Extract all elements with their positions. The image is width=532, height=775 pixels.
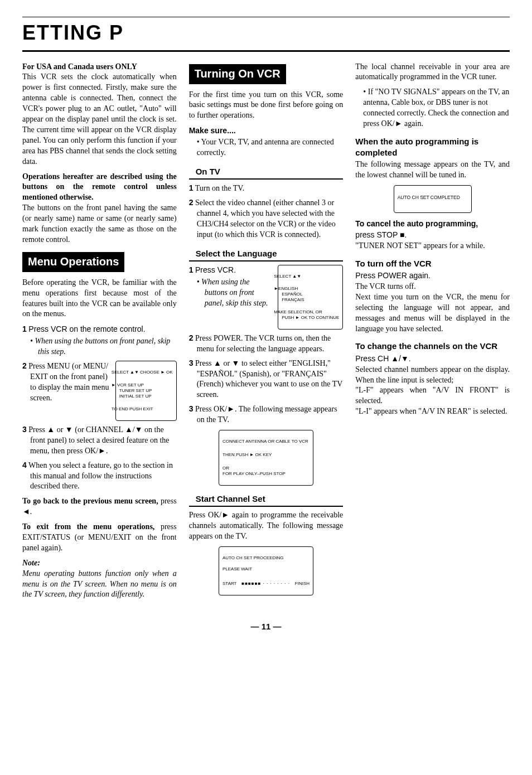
ontv-step-1: 1 Turn on the TV.	[189, 183, 344, 194]
lang1-note: When using the buttons on front panel, s…	[205, 277, 273, 309]
menu-exit-head: To exit from the menu operations,	[22, 522, 154, 531]
menu-step-2: 2 Press MENU (or MENU/ EXIT on the front…	[22, 361, 177, 421]
completed-osd: AUTO CH SET COMPLETED	[394, 185, 472, 213]
usa-heading: For USA and Canada users ONLY	[22, 62, 137, 71]
ch-l3: "L-F" appears when "A/V IN FRONT" is sel…	[355, 386, 510, 405]
step3-text: Press ▲ or ▼ (or CHANNEL ▲/▼ on the fron…	[28, 425, 169, 455]
proceeding-osd: AUTO CH SET PROCEEDING PLEASE WAIT START…	[219, 546, 313, 595]
auto-done-head: When the auto programming is completed	[355, 136, 510, 159]
cancel-head: To cancel the auto programming,	[355, 219, 478, 228]
turning-on-heading: Turning On VCR	[189, 64, 286, 84]
lang-step-3a: 3 Press ▲ or ▼ to select either "ENGLISH…	[189, 358, 344, 401]
column-left: For USA and Canada users ONLY This VCR s…	[22, 62, 177, 605]
columns: For USA and Canada users ONLY This VCR s…	[22, 62, 510, 605]
proc-l1: AUTO CH SET PROCEEDING	[223, 555, 309, 561]
usa-body: This VCR sets the clock automatically wh…	[22, 72, 177, 165]
lang-osd-body: ►ENGLISH ESPAÑOL FRANÇAIS	[282, 286, 339, 303]
menu-osd-top: SELECT ▲▼ CHOOSE ► OK	[119, 370, 173, 375]
step2-text: Press MENU (or MENU/ EXIT on the front p…	[28, 362, 109, 402]
lang-step-2: 2 Press POWER. The VCR turns on, then th…	[189, 333, 344, 355]
on-tv-head: On TV	[189, 164, 344, 180]
menu-osd: SELECT ▲▼ CHOOSE ► OK ► VCR SET UP TUNER…	[115, 361, 177, 421]
connect-osd-l3: OR FOR PLAY ONLY–PUSH STOP	[223, 466, 309, 477]
page-number: — 11 —	[22, 621, 510, 632]
off-head: To turn off the VCR	[355, 258, 510, 269]
column-right: The local channel receivable in your are…	[355, 62, 510, 605]
menu-step-1: 1 Press VCR on the remote control. When …	[22, 324, 177, 357]
cancel-body1: press STOP ■.	[355, 230, 407, 239]
turn-intro: For the first time you turn on this VCR,…	[189, 90, 344, 122]
ontv-step-2: 2 Select the video channel (either chann…	[189, 197, 344, 240]
off-l3: Next time you turn on the VCR, the menu …	[355, 293, 510, 333]
make-sure-head: Make sure....	[189, 125, 344, 136]
no-tv-signals: If "NO TV SIGNALS" appears on the TV, an…	[363, 87, 510, 129]
connect-osd-l1: CONNECT ANTENNA OR CABLE TO VCR	[223, 439, 309, 444]
completed-osd-text: AUTO CH SET COMPLETED	[398, 195, 468, 201]
start-body: Press OK/► again to programme the receiv…	[189, 510, 344, 542]
ch-l1: Press CH ▲/▼.	[355, 354, 410, 363]
off-l2: The VCR turns off.	[355, 282, 415, 290]
ontv2-text: Select the video channel (either channel…	[195, 198, 336, 239]
make-sure-item: Your VCR, TV, and antenna are connected …	[197, 137, 344, 158]
proc-l2: PLEASE WAIT	[223, 566, 309, 572]
lang3a-text: Press ▲ or ▼ to select either "ENGLISH,"…	[195, 359, 342, 399]
start-channel-head: Start Channel Set	[189, 491, 344, 507]
menu-step-3: 3 Press ▲ or ▼ (or CHANNEL ▲/▼ on the fr…	[22, 424, 177, 457]
menu-osd-body: ► VCR SET UP TUNER SET UP INITIAL SET UP	[119, 382, 173, 399]
menu-osd-foot: TO END PUSH EXIT	[119, 406, 173, 412]
ops-body: The buttons on the front panel having th…	[22, 204, 177, 244]
menu-back-head: To go back to the previous menu screen,	[22, 497, 158, 505]
lang-steps: 1 Press VCR. When using the buttons on f…	[189, 265, 344, 425]
menu-operations-heading: Menu Operations	[22, 252, 124, 272]
note-body: Menu operating buttons function only whe…	[22, 569, 177, 599]
off-l1: Press POWER again.	[355, 271, 431, 280]
step4-text: When you select a feature, go to the sec…	[28, 461, 173, 491]
change-ch-head: To change the channels on the VCR	[355, 341, 510, 352]
connect-osd: CONNECT ANTENNA OR CABLE TO VCR THEN PUS…	[219, 430, 313, 486]
ontv-steps: 1 Turn on the TV. 2 Select the video cha…	[189, 183, 344, 240]
lang-step-3b: 3 Press OK/►. The following message appe…	[189, 404, 344, 425]
menu-steps: 1 Press VCR on the remote control. When …	[22, 324, 177, 492]
step1-text: Press VCR on the remote control.	[28, 324, 145, 333]
lang-osd-foot: MAKE SELECTION, OR PUSH ► OK TO CONTINUE	[282, 309, 339, 321]
menu-step-4: 4 When you select a feature, go to the s…	[22, 460, 177, 492]
step1-note: When using the buttons on front panel, s…	[38, 336, 177, 357]
ops-bold: Operations hereafter are described using…	[22, 172, 177, 202]
language-osd: SELECT ▲▼ ►ENGLISH ESPAÑOL FRANÇAIS MAKE…	[278, 265, 343, 330]
column-middle: Turning On VCR For the first time you tu…	[189, 62, 344, 605]
lang3b-text: Press OK/►. The following message appear…	[195, 405, 337, 424]
proc-bar: ■■■■■■ · · · · · · · ·	[236, 581, 294, 587]
ch-l4: "L-I" appears when "A/V IN REAR" is sele…	[355, 407, 507, 415]
auto-done-body: The following message appears on the TV,…	[355, 159, 510, 181]
note-head: Note:	[22, 559, 40, 567]
connect-osd-l2: THEN PUSH ► OK KEY	[223, 452, 309, 458]
page-title: ETTING P	[22, 17, 510, 52]
lang-step-1: 1 Press VCR. When using the buttons on f…	[189, 265, 344, 330]
lang-osd-top: SELECT ▲▼	[282, 274, 339, 279]
lang2-text: Press POWER. The VCR turns on, then the …	[195, 334, 331, 353]
local-body: The local channel receivable in your are…	[355, 62, 510, 83]
ontv1-text: Turn on the TV.	[195, 184, 244, 192]
proc-start: START	[223, 581, 236, 587]
ch-l2: Selected channel numbers appear on the d…	[355, 365, 510, 384]
select-language-head: Select the Language	[189, 246, 344, 261]
menu-intro: Before operating the VCR, be familiar wi…	[22, 278, 177, 320]
lang1-text: Press VCR.	[195, 265, 236, 274]
cancel-body2: "TUNER NOT SET" appears for a while.	[355, 241, 485, 250]
proc-finish: FINISH	[295, 581, 309, 587]
